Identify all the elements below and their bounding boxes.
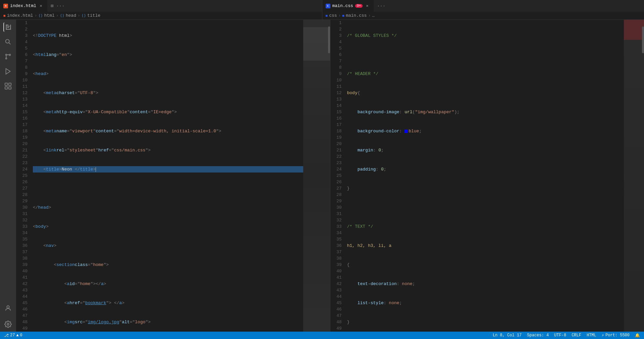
status-bar: ⎇ 27 ▲ 0 Ln 8, Col 17 Spaces: 4 UTF-8 CR… (0, 332, 644, 339)
breadcrumb-bar: ◼ index.html › ⟨⟩ html › ⟨⟩ head › ⟨⟩ ti… (0, 12, 644, 20)
language-label: HTML (587, 333, 596, 338)
status-indentation[interactable]: Spaces: 4 (526, 333, 550, 338)
git-ahead-icon: ▲ (16, 333, 18, 338)
editor-area: 12345 678910 1112131415 1617181920 21222… (0, 20, 644, 332)
breadcrumb-css-label[interactable]: ◼ css (326, 13, 337, 18)
css-code-content[interactable]: /* GLOBAL STYLES */ /* HEADER */ body{ b… (344, 20, 624, 332)
sidebar-icon-explorer[interactable] (3, 22, 13, 32)
line-ending-label: CRLF (572, 333, 581, 338)
html-line-6: <meta name="viewport" content="width=dev… (33, 128, 303, 134)
encoding-label: UTF-8 (554, 333, 566, 338)
tab-index-html[interactable]: H index.html ✕ (0, 0, 47, 12)
css-minimap (624, 20, 644, 332)
sidebar-icon-search[interactable] (3, 37, 13, 47)
svg-rect-5 (7, 27, 9, 28)
tab-close-index-html[interactable]: ✕ (38, 3, 44, 9)
tab-label-main-css: main.css (332, 3, 353, 8)
tab-close-main-css[interactable]: ✕ (365, 3, 370, 9)
status-encoding[interactable]: UTF-8 (553, 333, 568, 338)
breadcrumb-left: ◼ index.html › ⟨⟩ html › ⟨⟩ head › ⟨⟩ ti… (0, 12, 322, 19)
css-line-2 (347, 52, 624, 58)
html-line-12: <nav> (33, 243, 303, 249)
svg-point-8 (6, 54, 7, 56)
minimap-scrollbar[interactable] (328, 26, 330, 53)
html-line-7: <link rel="stylesheet" href="css/main.cs… (33, 147, 303, 153)
tab-bar-left-actions: ⊞ ··· (47, 0, 68, 12)
html-line-14: <a id="home"></a> (33, 281, 303, 287)
svg-rect-2 (6, 29, 11, 30)
status-cursor-position[interactable]: Ln 8, Col 17 (491, 333, 523, 338)
tab-bar-left: H index.html ✕ ⊞ ··· (0, 0, 322, 12)
breadcrumb-maincss-icon: ◼ (342, 13, 344, 18)
live-server-label: Port: 5500 (605, 333, 630, 338)
svg-rect-12 (5, 83, 7, 85)
status-line-ending[interactable]: CRLF (570, 333, 583, 338)
breadcrumb-title-icon: ⟨⟩ (82, 13, 86, 18)
breadcrumb-item-html[interactable]: ⟨⟩ html (38, 13, 54, 18)
css-line-13: { (347, 262, 624, 268)
status-git-branch[interactable]: ⎇ 27 ▲ 0 (3, 333, 24, 338)
status-language[interactable]: HTML (585, 333, 598, 338)
css-editor-panel[interactable]: 12345 678910 1112131415 1617181920 21222… (330, 20, 644, 332)
cursor-position-label: Ln 8, Col 17 (493, 333, 522, 338)
split-editor-icon[interactable]: ⊞ (51, 3, 53, 9)
breadcrumb-maincss[interactable]: ◼ main.css (342, 13, 367, 18)
html-code-content[interactable]: <!DOCTYPE html> <html lang="en"> <head> … (30, 20, 303, 332)
css-line-8: padding: 0; (347, 166, 624, 173)
html-minimap (303, 20, 330, 332)
breadcrumb-filename: index.html (7, 13, 33, 18)
css-line-numbers: 12345 678910 1112131415 1617181920 21222… (330, 20, 344, 332)
more-actions-left-icon[interactable]: ··· (56, 3, 64, 9)
git-branch-icon: ⎇ (4, 333, 9, 338)
css-line-14: text-decoration: none; (347, 281, 624, 287)
sidebar-icon-extensions[interactable] (3, 81, 13, 91)
css-line-16: } (347, 319, 624, 325)
svg-rect-4 (7, 26, 9, 26)
html-line-numbers: 12345 678910 1112131415 1617181920 21222… (16, 20, 30, 332)
indentation-label: Spaces: 4 (527, 333, 549, 338)
html-line-2: <html lang="en"> (33, 52, 303, 58)
svg-rect-13 (9, 83, 11, 85)
html-line-9 (33, 185, 303, 192)
svg-marker-11 (6, 69, 10, 74)
svg-point-16 (7, 306, 9, 308)
status-notifications[interactable]: 🔔 (634, 333, 641, 338)
css-line-1: /* GLOBAL STYLES */ (347, 32, 624, 39)
breadcrumb-item-title[interactable]: ⟨⟩ title (82, 13, 100, 18)
git-ahead-count: 0 (20, 333, 22, 338)
svg-line-7 (9, 43, 10, 44)
breadcrumb-item-head[interactable]: ⟨⟩ head (60, 13, 76, 18)
css-line-15: list-style: none; (347, 300, 624, 306)
html-file-icon: H (3, 4, 8, 8)
sidebar-icon-settings[interactable] (3, 320, 13, 329)
css-line-12: h1, h2, h3, li, a (347, 243, 624, 249)
svg-rect-3 (10, 25, 11, 30)
css-file-icon: C (326, 4, 330, 8)
svg-point-6 (6, 40, 9, 43)
svg-rect-1 (6, 25, 7, 30)
css-line-3: /* HEADER */ (347, 71, 624, 77)
breadcrumb-item-file[interactable]: ◼ index.html (3, 13, 33, 18)
sidebar-icon-debug[interactable] (3, 67, 13, 76)
more-actions-right-icon[interactable]: ··· (377, 3, 385, 9)
html-line-15: <a href="bookmark"> </a> (33, 300, 303, 306)
status-bar-left: ⎇ 27 ▲ 0 (0, 333, 26, 338)
sidebar-icon-scm[interactable] (3, 52, 13, 61)
tab-main-css[interactable]: C main.css 9+ ✕ (322, 0, 374, 12)
tab-badge-main-css: 9+ (355, 4, 363, 8)
sidebar-icon-account[interactable] (3, 303, 13, 313)
svg-rect-14 (5, 87, 7, 89)
css-line-6: background-color: blue; (347, 128, 624, 134)
html-editor-panel[interactable]: 12345 678910 1112131415 1617181920 21222… (16, 20, 330, 332)
svg-point-17 (7, 323, 9, 325)
html-line-10: </head> (33, 204, 303, 211)
html-line-11: <body> (33, 223, 303, 230)
css-line-7: margin: 0; (347, 147, 624, 153)
css-line-10 (347, 204, 624, 211)
html-line-3: <head> (33, 71, 303, 77)
css-minimap-scrollbar[interactable] (642, 26, 644, 53)
editors: 12345 678910 1112131415 1617181920 21222… (16, 20, 644, 332)
html-line-4: <meta charset="UTF-8"> (33, 90, 303, 96)
html-line-5: <meta http-equiv="X-UA-Compatible" conte… (33, 109, 303, 115)
status-live-server[interactable]: ⚡ Port: 5500 (600, 333, 631, 338)
